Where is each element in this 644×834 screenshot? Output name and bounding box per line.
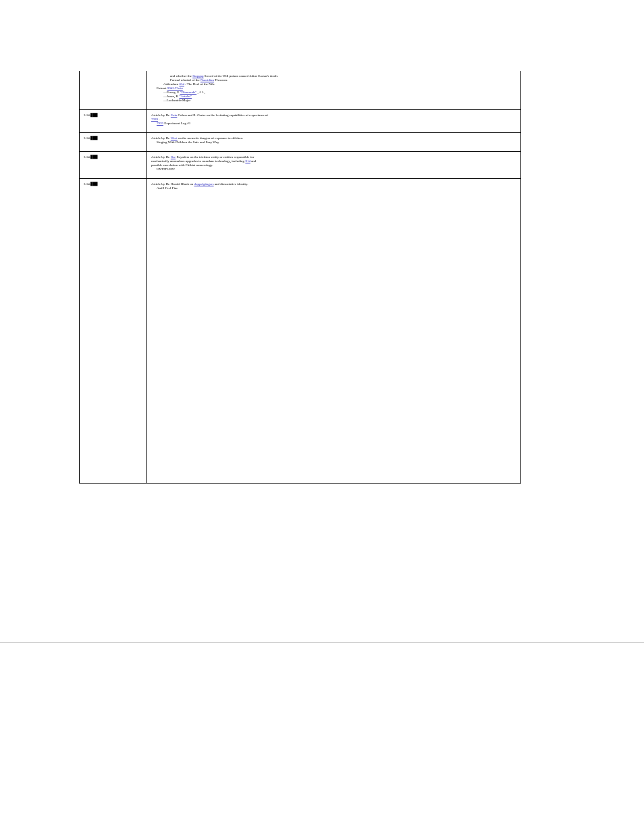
link-eoin[interactable]: Eoin [171, 113, 177, 117]
link-numidian[interactable]: Numidian [200, 78, 214, 82]
table-row: 3.14.███ Article by Dr. Eoin Cohen and R… [80, 110, 521, 133]
date-cell [80, 71, 147, 110]
text: and whether the [170, 74, 192, 78]
text: Experiment Log #1 [164, 122, 190, 125]
date-text: 3.14.███ [84, 136, 98, 140]
text: UNTITLED? [151, 167, 516, 172]
date-text: 3.14.███ [84, 155, 98, 159]
link-654[interactable]: 654 [179, 82, 184, 86]
text: , J. J., [197, 90, 205, 94]
link-west[interactable]: West [171, 136, 178, 140]
content-cell: Article by Dr. West on the memetic dange… [147, 133, 521, 152]
link-9943[interactable]: 9943-Theta [167, 86, 183, 90]
text: Article by Dr. [151, 136, 171, 140]
document-page: and whether the Stopgap Sword of the Wil… [0, 0, 644, 643]
text: Singing With Children the Safe and Easy … [151, 140, 516, 145]
text: —Jones, K [163, 95, 179, 98]
link-ilse[interactable]: Ilse [171, 155, 176, 159]
text: Sword of the Will poison caused Julius C… [205, 74, 278, 78]
link-astolat[interactable]: "Astolat" [179, 95, 192, 98]
date-text: 3.14.███ [84, 113, 98, 117]
content-cell: Article by Dr. Harold Blank on doppelgän… [147, 179, 521, 484]
text: mechanically anomalous upgrades to munda… [151, 159, 245, 163]
link-7939a[interactable]: 7939 [151, 118, 158, 121]
text: —Locksmith-Major [151, 99, 516, 103]
content-cell: Article by Dr. Ilse Reynders on the tric… [147, 152, 521, 179]
date-cell: 3.14.███ [80, 179, 147, 484]
table-row: and whether the Stopgap Sword of the Wil… [80, 71, 521, 110]
text: and [251, 159, 256, 163]
text: —Erway, E [163, 90, 180, 94]
article-table: and whether the Stopgap Sword of the Wil… [79, 71, 521, 484]
date-cell: 3.14.███ [80, 110, 147, 133]
text: And I Feel Fine [151, 186, 516, 190]
date-cell: 3.14.███ [80, 152, 147, 179]
link-7939b[interactable]: 7939 [157, 122, 163, 125]
text: Addendum [163, 82, 179, 86]
table-row: 3.14.███ Article by Dr. West on the meme… [80, 133, 521, 152]
content-cell: Article by Dr. Eoin Cohen and R. Carter … [147, 110, 521, 133]
text: and dissociative identity. [215, 182, 248, 186]
content-cell: and whether the Stopgap Sword of the Wil… [147, 71, 521, 110]
table-row: 3.14.███ Article by Dr. Harold Blank on … [80, 179, 521, 484]
text: Reynders on the trickster entity or enti… [176, 155, 254, 159]
text: Cohen and R. Carter on the levitating ca… [178, 113, 268, 117]
table-row: 3.14.███ Article by Dr. Ilse Reynders on… [80, 152, 521, 179]
link-stopgap[interactable]: Stopgap [192, 74, 203, 78]
date-cell: 3.14.███ [80, 133, 147, 152]
text: . [159, 118, 159, 121]
text: Article by Dr. [151, 113, 171, 117]
text: : The Heel of the Nile [185, 82, 215, 86]
text: Formal rebuttal of the [170, 78, 200, 82]
link-914[interactable]: 914 [245, 159, 250, 163]
text: Extract [157, 86, 167, 90]
date-text: 3.14.███ [84, 182, 98, 186]
text: Article by Dr. Harold Blank on [151, 182, 194, 186]
link-doppel[interactable]: doppelgängers [194, 182, 213, 186]
text: on the memetic dangers of exposure to ch… [178, 136, 243, 140]
link-diamonds[interactable]: "Diamonds" [180, 90, 197, 94]
text: Theorem. [215, 78, 227, 82]
text: Article by Dr. [151, 155, 171, 159]
